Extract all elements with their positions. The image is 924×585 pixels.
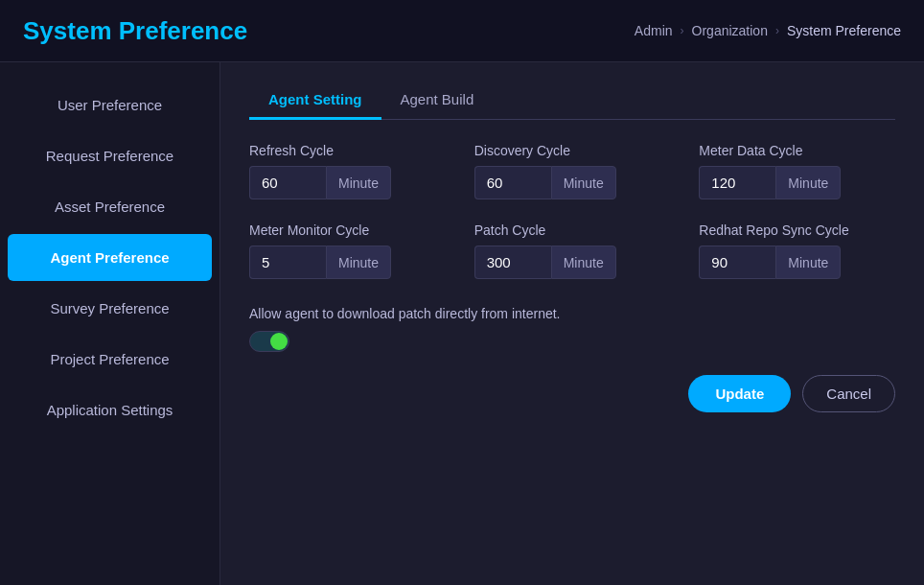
sidebar-item-user-preference[interactable]: User Preference xyxy=(8,82,212,129)
sidebar-item-survey-preference[interactable]: Survey Preference xyxy=(8,285,212,332)
tab-bar: Agent Setting Agent Build xyxy=(249,82,895,120)
label-refresh-cycle: Refresh Cycle xyxy=(249,143,446,158)
input-row-patch-cycle: Minute xyxy=(474,246,671,279)
label-discovery-cycle: Discovery Cycle xyxy=(474,143,671,158)
unit-meter-monitor-cycle: Minute xyxy=(326,246,391,279)
sidebar-item-project-preference[interactable]: Project Preference xyxy=(8,336,212,383)
toggle-wrapper xyxy=(249,331,895,352)
label-meter-data-cycle: Meter Data Cycle xyxy=(699,143,895,158)
tab-agent-build[interactable]: Agent Build xyxy=(381,82,494,120)
input-patch-cycle[interactable] xyxy=(474,246,551,279)
input-refresh-cycle[interactable] xyxy=(249,166,326,199)
input-row-redhat-repo-sync-cycle: Minute xyxy=(699,246,895,279)
sidebar-item-asset-preference[interactable]: Asset Preference xyxy=(8,183,212,230)
input-row-refresh-cycle: Minute xyxy=(249,166,446,199)
content-area: Agent Setting Agent Build Refresh Cycle … xyxy=(220,62,924,585)
sidebar-item-application-settings[interactable]: Application Settings xyxy=(8,386,212,433)
toggle-label: Allow agent to download patch directly f… xyxy=(249,306,895,321)
input-meter-data-cycle[interactable] xyxy=(699,166,775,199)
unit-meter-data-cycle: Minute xyxy=(775,166,841,199)
input-meter-monitor-cycle[interactable] xyxy=(249,246,326,279)
action-row: Update Cancel xyxy=(249,375,895,412)
form-grid: Refresh Cycle Minute Discovery Cycle Min… xyxy=(249,143,895,279)
breadcrumb-admin[interactable]: Admin xyxy=(635,23,673,38)
label-patch-cycle: Patch Cycle xyxy=(474,222,671,238)
breadcrumb-sep-2: › xyxy=(775,24,779,37)
unit-discovery-cycle: Minute xyxy=(551,166,616,199)
unit-refresh-cycle: Minute xyxy=(326,166,391,199)
input-redhat-repo-sync-cycle[interactable] xyxy=(699,246,775,279)
sidebar-item-agent-preference[interactable]: Agent Preference xyxy=(8,234,212,281)
cancel-button[interactable]: Cancel xyxy=(802,375,895,412)
toggle-knob xyxy=(270,333,288,350)
label-redhat-repo-sync-cycle: Redhat Repo Sync Cycle xyxy=(699,222,895,238)
input-discovery-cycle[interactable] xyxy=(474,166,551,199)
unit-patch-cycle: Minute xyxy=(551,246,616,279)
breadcrumb-sep-1: › xyxy=(681,24,684,37)
update-button[interactable]: Update xyxy=(688,375,791,412)
tab-agent-setting[interactable]: Agent Setting xyxy=(249,82,381,120)
field-patch-cycle: Patch Cycle Minute xyxy=(474,222,671,279)
input-row-meter-data-cycle: Minute xyxy=(699,166,895,199)
patch-download-toggle[interactable] xyxy=(249,331,289,352)
unit-redhat-repo-sync-cycle: Minute xyxy=(775,246,841,279)
sidebar: User Preference Request Preference Asset… xyxy=(0,62,220,585)
field-meter-monitor-cycle: Meter Monitor Cycle Minute xyxy=(249,222,446,279)
header: System Preference Admin › Organization ›… xyxy=(0,0,924,62)
field-meter-data-cycle: Meter Data Cycle Minute xyxy=(699,143,895,199)
page-title: System Preference xyxy=(23,16,247,46)
field-refresh-cycle: Refresh Cycle Minute xyxy=(249,143,446,199)
label-meter-monitor-cycle: Meter Monitor Cycle xyxy=(249,222,446,238)
input-row-meter-monitor-cycle: Minute xyxy=(249,246,446,279)
breadcrumb-current: System Preference xyxy=(787,23,901,38)
field-redhat-repo-sync-cycle: Redhat Repo Sync Cycle Minute xyxy=(699,222,895,279)
input-row-discovery-cycle: Minute xyxy=(474,166,671,199)
breadcrumb-organization[interactable]: Organization xyxy=(692,23,768,38)
sidebar-item-request-preference[interactable]: Request Preference xyxy=(8,132,212,179)
toggle-section: Allow agent to download patch directly f… xyxy=(249,306,895,352)
field-discovery-cycle: Discovery Cycle Minute xyxy=(474,143,671,199)
main-body: User Preference Request Preference Asset… xyxy=(0,62,924,585)
breadcrumb: Admin › Organization › System Preference xyxy=(635,23,901,38)
app-container: System Preference Admin › Organization ›… xyxy=(0,0,924,585)
